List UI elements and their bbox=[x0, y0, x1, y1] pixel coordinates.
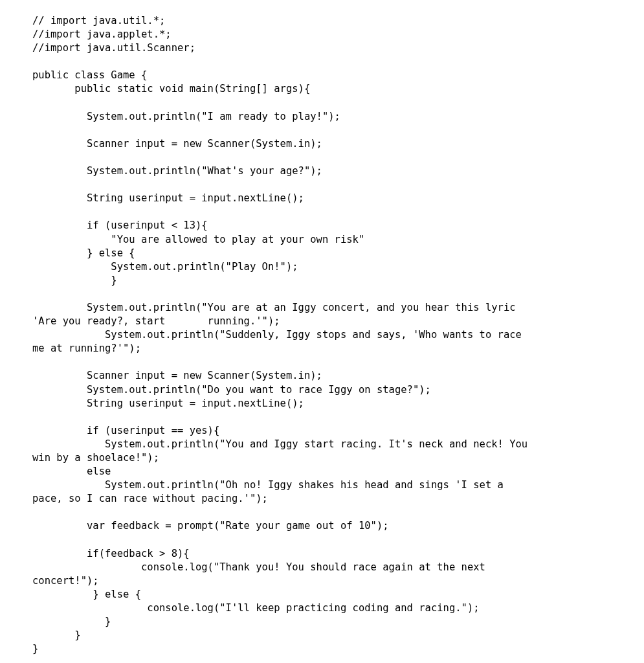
code-block: // import java.util.*; //import java.app… bbox=[32, 14, 644, 656]
